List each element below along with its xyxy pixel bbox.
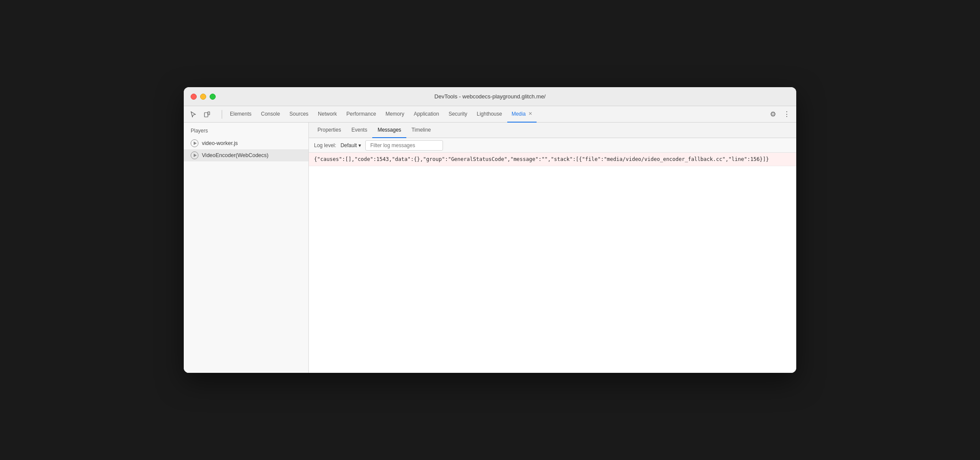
sidebar: Players video-worker.js VideoEncoder(Web… — [184, 123, 309, 373]
play-icon-2 — [191, 151, 198, 159]
close-media-tab-icon[interactable]: ✕ — [528, 111, 532, 117]
tab-properties[interactable]: Properties — [312, 123, 346, 138]
dropdown-arrow-icon: ▾ — [358, 142, 361, 148]
log-level-select[interactable]: Default ▾ — [340, 142, 361, 148]
tab-media[interactable]: Media ✕ — [507, 106, 537, 123]
tab-performance[interactable]: Performance — [342, 106, 380, 123]
toolbar-icons — [187, 108, 213, 120]
devtools-window: DevTools - webcodecs-playground.glitch.m… — [184, 87, 796, 373]
play-triangle-icon — [194, 142, 197, 145]
log-toolbar: Log level: Default ▾ — [309, 138, 796, 153]
log-content: {"causes":[],"code":1543,"data":{},"grou… — [309, 153, 796, 373]
log-level-label: Log level: — [314, 142, 336, 148]
tab-timeline[interactable]: Timeline — [406, 123, 436, 138]
tab-console[interactable]: Console — [257, 106, 284, 123]
tab-events[interactable]: Events — [346, 123, 373, 138]
tab-security[interactable]: Security — [444, 106, 471, 123]
sidebar-item-video-worker[interactable]: video-worker.js — [184, 137, 308, 149]
more-options-icon[interactable]: ⋮ — [781, 108, 793, 120]
tab-application[interactable]: Application — [409, 106, 443, 123]
settings-icon[interactable]: ⚙ — [767, 108, 779, 120]
tab-network[interactable]: Network — [314, 106, 341, 123]
sidebar-header: Players — [184, 126, 308, 137]
main-toolbar: Elements Console Sources Network Perform… — [184, 106, 796, 123]
device-toolbar-icon[interactable] — [201, 108, 213, 120]
titlebar: DevTools - webcodecs-playground.glitch.m… — [184, 87, 796, 106]
tab-messages[interactable]: Messages — [372, 123, 406, 138]
main-panel: Properties Events Messages Timeline Log … — [309, 123, 796, 373]
content-area: Players video-worker.js VideoEncoder(Web… — [184, 123, 796, 373]
toolbar-divider — [222, 110, 222, 119]
tab-lighthouse[interactable]: Lighthouse — [472, 106, 506, 123]
maximize-button[interactable] — [210, 94, 216, 100]
log-entry: {"causes":[],"code":1543,"data":{},"grou… — [309, 153, 796, 166]
sidebar-item-label: video-worker.js — [202, 140, 238, 146]
close-button[interactable] — [191, 94, 197, 100]
play-triangle-icon-2 — [194, 154, 197, 157]
toolbar-right: ⚙ ⋮ — [767, 108, 793, 120]
tab-memory[interactable]: Memory — [381, 106, 408, 123]
traffic-lights — [191, 94, 216, 100]
filter-log-input[interactable] — [365, 140, 443, 151]
window-title: DevTools - webcodecs-playground.glitch.m… — [434, 93, 546, 100]
panel-tabs: Properties Events Messages Timeline — [309, 123, 796, 138]
devtools-body: Elements Console Sources Network Perform… — [184, 106, 796, 373]
tab-sources[interactable]: Sources — [285, 106, 313, 123]
svg-rect-1 — [208, 112, 210, 115]
cursor-icon[interactable] — [187, 108, 199, 120]
tab-elements[interactable]: Elements — [226, 106, 256, 123]
sidebar-item-video-encoder[interactable]: VideoEncoder(WebCodecs) — [184, 149, 308, 161]
log-entry-text: {"causes":[],"code":1543,"data":{},"grou… — [314, 156, 769, 162]
minimize-button[interactable] — [200, 94, 206, 100]
svg-rect-0 — [204, 113, 208, 117]
play-icon — [191, 139, 198, 147]
sidebar-item-label-2: VideoEncoder(WebCodecs) — [202, 152, 269, 158]
